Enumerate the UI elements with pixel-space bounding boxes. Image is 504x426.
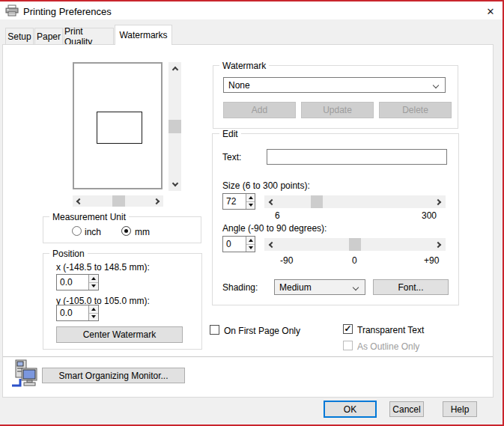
tab-watermarks[interactable]: Watermarks (115, 25, 172, 45)
angle-input[interactable] (223, 237, 246, 252)
watermark-select[interactable]: None (223, 77, 446, 93)
ok-button[interactable]: OK (324, 401, 377, 418)
measurement-unit-title: Measurement Unit (49, 212, 129, 222)
printer-icon (5, 4, 19, 19)
scroll-down-icon[interactable] (168, 178, 181, 191)
scroll-right-icon[interactable] (152, 195, 163, 207)
capture-border-top (0, 0, 504, 1)
tab-setup-label: Setup (7, 31, 31, 42)
watermark-title: Watermark (219, 61, 269, 71)
text-label: Text: (222, 152, 241, 162)
size-spin-down-icon[interactable] (246, 202, 255, 210)
angle-spinner[interactable] (222, 236, 255, 252)
update-button[interactable]: Update (301, 102, 374, 118)
preview-vertical-scrollbar[interactable] (168, 62, 181, 191)
size-input[interactable] (223, 194, 246, 209)
cancel-button-label: Cancel (392, 404, 420, 415)
size-slider-thumb[interactable] (311, 195, 323, 208)
size-slider-right-icon[interactable] (433, 195, 446, 208)
angle-min-label: -90 (280, 255, 293, 266)
angle-max-label: +90 (424, 255, 439, 266)
ok-button-label: OK (344, 404, 356, 415)
font-button[interactable]: Font... (373, 279, 449, 295)
tab-print-quality[interactable]: Print Quality (64, 28, 114, 44)
help-button-label: Help (451, 404, 470, 415)
watermark-text-input[interactable] (267, 149, 447, 165)
scroll-left-icon[interactable] (73, 195, 84, 207)
position-y-spinner[interactable] (56, 305, 99, 321)
size-label: Size (6 to 300 points): (222, 180, 310, 191)
horizontal-scroll-thumb[interactable] (112, 195, 125, 207)
tab-paper-label: Paper (37, 31, 61, 42)
angle-mid-label: 0 (352, 255, 357, 266)
close-icon[interactable]: ✕ (482, 5, 499, 19)
transparent-text-label[interactable]: Transparent Text (357, 325, 424, 335)
size-spinner[interactable] (222, 193, 255, 210)
size-slider-left-icon[interactable] (264, 195, 277, 208)
edit-title: Edit (219, 129, 241, 139)
scroll-up-icon[interactable] (168, 62, 181, 75)
watermark-group (213, 65, 458, 129)
x-spin-down-icon[interactable] (89, 283, 98, 290)
position-title: Position (49, 249, 88, 259)
checkbox-as-outline[interactable] (343, 341, 353, 350)
as-outline-label: As Outline Only (357, 341, 419, 352)
size-max-label: 300 (422, 210, 437, 221)
tab-watermarks-label: Watermarks (119, 30, 167, 40)
add-button-label: Add (252, 105, 267, 115)
check-icon: ✓ (344, 323, 351, 334)
title-bar: Printing Preferences ✕ (0, 1, 504, 19)
size-spin-up-icon[interactable] (246, 194, 255, 202)
printing-preferences-dialog: Printing Preferences ✕ Setup Paper Print… (0, 0, 504, 426)
y-spin-up-icon[interactable] (89, 305, 98, 314)
preview-horizontal-scrollbar[interactable] (73, 195, 163, 207)
delete-button[interactable]: Delete (379, 102, 452, 118)
watermark-selected-value: None (228, 80, 250, 91)
radio-mm[interactable] (121, 226, 131, 236)
radio-inch[interactable] (72, 226, 82, 236)
window-title: Printing Preferences (23, 6, 112, 17)
x-spin-up-icon[interactable] (89, 275, 98, 283)
watermark-preview-box (97, 112, 142, 144)
font-button-label: Font... (398, 282, 423, 293)
divider (3, 356, 493, 357)
shading-label: Shading: (222, 282, 258, 293)
add-button[interactable]: Add (223, 102, 296, 118)
chevron-down-icon (433, 82, 439, 88)
angle-slider[interactable] (264, 238, 446, 251)
size-slider[interactable] (264, 195, 446, 208)
tab-setup[interactable]: Setup (5, 28, 34, 44)
angle-slider-thumb[interactable] (349, 238, 361, 251)
center-watermark-button[interactable]: Center Watermark (56, 326, 183, 343)
on-first-page-label[interactable]: On First Page Only (224, 326, 300, 336)
tab-paper[interactable]: Paper (34, 28, 63, 44)
help-button[interactable]: Help (443, 401, 477, 417)
cancel-button[interactable]: Cancel (389, 401, 424, 417)
angle-slider-left-icon[interactable] (264, 238, 277, 251)
position-x-spinner[interactable] (56, 274, 99, 290)
size-min-label: 6 (275, 210, 280, 221)
smart-organizing-monitor-button[interactable]: Smart Organizing Monitor... (42, 368, 185, 383)
radio-mm-label[interactable]: mm (135, 227, 150, 237)
angle-label: Angle (-90 to 90 degrees): (222, 223, 327, 234)
position-x-input[interactable] (57, 275, 88, 290)
smart-organizing-monitor-label: Smart Organizing Monitor... (58, 371, 168, 381)
shading-chevron-down-icon (353, 284, 359, 290)
position-y-input[interactable] (57, 305, 88, 320)
shading-select[interactable]: Medium (274, 279, 365, 295)
network-computers-icon (9, 359, 39, 391)
radio-inch-label[interactable]: inch (85, 227, 101, 237)
angle-spin-up-icon[interactable] (246, 237, 255, 245)
center-watermark-label: Center Watermark (83, 329, 157, 340)
y-spin-down-icon[interactable] (89, 314, 98, 321)
vertical-scroll-thumb[interactable] (168, 120, 181, 133)
checkbox-on-first-page[interactable] (210, 325, 219, 335)
delete-button-label: Delete (402, 105, 428, 115)
angle-slider-right-icon[interactable] (433, 238, 446, 251)
shading-selected-value: Medium (279, 282, 312, 293)
position-x-label: x (-148.5 to 148.5 mm): (56, 262, 150, 273)
checkbox-transparent-text[interactable]: ✓ (343, 324, 353, 334)
update-button-label: Update (323, 105, 352, 115)
angle-spin-down-icon[interactable] (246, 245, 255, 252)
